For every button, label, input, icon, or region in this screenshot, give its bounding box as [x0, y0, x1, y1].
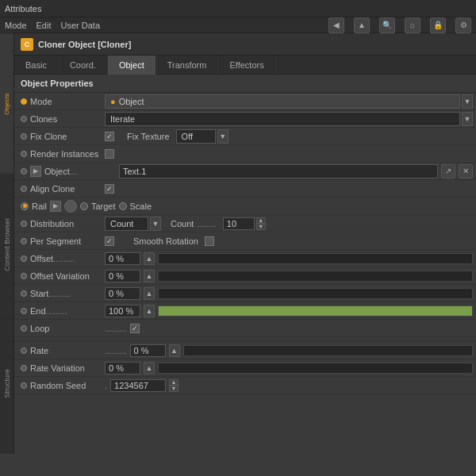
object-dot[interactable] — [21, 168, 27, 175]
object-field-input[interactable] — [119, 164, 438, 178]
rate-variation-slider[interactable] — [158, 363, 473, 374]
random-seed-dots: . — [105, 381, 107, 390]
fix-clone-dot[interactable] — [21, 133, 27, 140]
start-slider[interactable] — [158, 288, 473, 299]
distribution-dot[interactable] — [21, 221, 27, 227]
count-up-btn[interactable]: ▲ — [256, 217, 266, 224]
tab-coord[interactable]: Coord. — [59, 56, 108, 75]
menu-mode[interactable]: Mode — [5, 21, 27, 30]
fix-texture-label: Fix Texture — [127, 132, 170, 141]
loop-checkbox[interactable]: ✓ — [130, 324, 140, 333]
rate-variation-dot[interactable] — [21, 365, 27, 371]
align-clone-checkbox[interactable]: ✓ — [105, 184, 114, 194]
count-input[interactable] — [223, 217, 255, 230]
end-input[interactable] — [105, 305, 140, 317]
start-spinner[interactable]: ▲ — [144, 287, 155, 300]
start-dot[interactable] — [21, 290, 27, 297]
fix-texture-value: Off — [176, 129, 216, 144]
offset-slider[interactable] — [158, 253, 473, 264]
lock-icon[interactable]: 🔒 — [430, 17, 446, 33]
distribution-dropdown-btn[interactable]: ▼ — [150, 217, 161, 231]
offset-variation-dot[interactable] — [21, 273, 27, 279]
offset-spinner[interactable]: ▲ — [144, 252, 155, 265]
tab-effectors[interactable]: Effectors — [218, 56, 275, 75]
count-label: Count — [171, 219, 194, 228]
random-seed-label: Random Seed — [30, 381, 102, 390]
rate-variation-spinner[interactable]: ▲ — [144, 362, 155, 374]
clones-dot[interactable] — [21, 116, 27, 122]
rate-input[interactable] — [130, 344, 166, 357]
search-icon[interactable]: 🔍 — [379, 17, 395, 33]
offset-variation-spinner[interactable]: ▲ — [144, 270, 155, 282]
mode-dropdown-btn[interactable]: ▼ — [462, 94, 473, 109]
count-dots: ........ — [197, 219, 216, 228]
rate-variation-row: Rate Variation ▲ — [14, 359, 476, 377]
loop-dot[interactable] — [21, 325, 27, 332]
nav-back-icon[interactable]: ◀ — [328, 17, 344, 33]
start-input[interactable] — [105, 287, 140, 300]
rate-variation-label: Rate Variation — [30, 363, 102, 373]
tab-object[interactable]: Object — [108, 56, 156, 75]
object-link-icon[interactable]: ↗ — [441, 164, 455, 178]
tab-basic[interactable]: Basic — [14, 56, 59, 75]
main-layout: Objects Content Browser Structure C Clon… — [0, 33, 476, 454]
rate-dot[interactable] — [21, 347, 27, 354]
menu-edit[interactable]: Edit — [36, 21, 52, 30]
settings-icon[interactable]: ⚙ — [455, 17, 471, 33]
fix-clone-row: Fix Clone ✓ Fix Texture Off ▼ — [14, 128, 476, 145]
random-seed-down-btn[interactable]: ▼ — [169, 386, 178, 392]
menu-userdata[interactable]: User Data — [61, 21, 101, 30]
random-seed-dot[interactable] — [21, 382, 27, 389]
clones-dropdown-btn[interactable]: ▼ — [462, 112, 473, 126]
rail-label: Rail — [32, 202, 47, 211]
per-segment-dot[interactable] — [21, 238, 27, 244]
render-instances-row: Render Instances — [14, 145, 476, 163]
per-segment-label: Per Segment — [30, 236, 102, 246]
end-dot[interactable] — [21, 308, 27, 314]
rail-triangle-btn[interactable]: ▶ — [50, 201, 61, 212]
random-seed-up-btn[interactable]: ▲ — [169, 379, 178, 386]
count-down-btn[interactable]: ▼ — [256, 224, 266, 230]
offset-input[interactable] — [105, 252, 140, 265]
tab-transform[interactable]: Transform — [156, 56, 219, 75]
render-instances-checkbox[interactable] — [105, 149, 114, 159]
per-segment-checkbox[interactable]: ✓ — [105, 236, 114, 246]
mode-dot[interactable] — [21, 98, 27, 105]
offset-variation-slider[interactable] — [158, 271, 473, 282]
scale-radio[interactable] — [119, 202, 127, 210]
clones-label: Clones — [30, 114, 102, 124]
left-sidebar: Objects Content Browser Structure — [0, 33, 14, 454]
content-area: C Cloner Object [Cloner] Basic Coord. Ob… — [14, 33, 476, 454]
offset-variation-input[interactable] — [105, 270, 140, 282]
rail-radio[interactable] — [21, 202, 29, 210]
object-field-label: Object... — [44, 167, 116, 176]
random-seed-row: Random Seed . ▲ ▼ — [14, 377, 476, 394]
fix-texture-dropdown[interactable]: ▼ — [217, 129, 228, 144]
loop-label: Loop — [30, 324, 102, 333]
distribution-dropdown[interactable]: Count — [105, 217, 148, 231]
offset-dot[interactable] — [21, 255, 27, 262]
target-radio[interactable] — [80, 202, 88, 210]
random-seed-input[interactable] — [110, 379, 166, 392]
mode-value: Object — [119, 97, 144, 106]
rate-slider[interactable] — [183, 345, 473, 356]
fix-clone-checkbox[interactable]: ✓ — [105, 132, 114, 141]
clones-value: Iterate — [105, 112, 460, 126]
align-clone-dot[interactable] — [21, 186, 27, 192]
object-expand-btn[interactable]: ▶ — [30, 166, 41, 177]
rate-variation-input[interactable] — [105, 362, 140, 374]
nav-up-icon[interactable]: ▲ — [354, 17, 370, 33]
end-spinner[interactable]: ▲ — [144, 305, 155, 317]
rate-spinner[interactable]: ▲ — [169, 344, 180, 357]
mode-icon: ● Object — [105, 94, 460, 109]
object-clear-icon[interactable]: ✕ — [459, 164, 473, 178]
smooth-rotation-checkbox[interactable] — [205, 236, 214, 246]
start-label: Start......... — [30, 289, 102, 298]
home-icon[interactable]: ⌂ — [405, 17, 420, 33]
offset-row: Offset......... ▲ — [14, 250, 476, 267]
end-slider[interactable] — [158, 305, 473, 317]
render-instances-dot[interactable] — [21, 151, 27, 157]
start-row: Start......... ▲ — [14, 285, 476, 302]
rail-circle-btn[interactable] — [64, 200, 77, 213]
sidebar-objects: Objects — [0, 33, 13, 174]
